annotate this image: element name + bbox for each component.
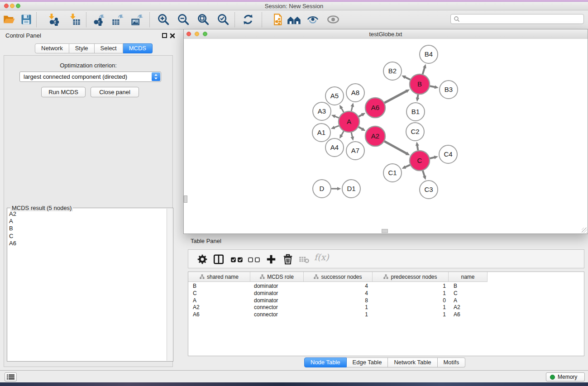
float-panel-icon[interactable] (162, 33, 167, 38)
left-scrollbar-nub[interactable] (184, 195, 187, 203)
document-network-icon[interactable] (271, 13, 283, 26)
graph-node-A5[interactable]: A5 (325, 87, 344, 105)
edge-C-C4[interactable] (430, 157, 435, 158)
graph-node-A2[interactable]: A2 (365, 126, 385, 146)
bottom-scrollbar-nub[interactable] (382, 229, 388, 233)
tab-network-table[interactable]: Network Table (388, 357, 437, 367)
edge-A-A3[interactable] (335, 116, 339, 118)
graph-node-C4[interactable]: C4 (439, 145, 457, 163)
graph-node-B1[interactable]: B1 (406, 103, 425, 121)
column-header-predecessor-nodes[interactable]: predecessor nodes (373, 272, 449, 281)
zoom-in-icon[interactable] (157, 13, 170, 26)
edge-A-A4[interactable] (341, 131, 344, 135)
unchecked-pair-icon[interactable] (247, 253, 262, 265)
graph-node-D[interactable]: D (313, 180, 331, 198)
tab-edge-table[interactable]: Edge Table (347, 357, 388, 367)
export-image-icon[interactable] (131, 13, 143, 26)
edge-A-A7[interactable] (351, 132, 352, 137)
memory-button[interactable]: Memory (546, 372, 585, 381)
zoom-out-icon[interactable] (177, 13, 190, 26)
result-item[interactable]: B (9, 225, 166, 232)
table-row[interactable]: Adominator80A (188, 297, 584, 305)
tab-motifs[interactable]: Motifs (438, 357, 466, 367)
gear-icon[interactable] (196, 253, 208, 265)
graph-node-B[interactable]: B (410, 74, 430, 94)
result-item[interactable]: A2 (9, 210, 166, 218)
export-network-icon[interactable] (92, 13, 105, 26)
import-network-icon[interactable] (47, 13, 60, 26)
graph-node-C2[interactable]: C2 (406, 123, 424, 141)
table-row[interactable]: A2connector11A2 (188, 304, 584, 311)
table-row[interactable]: A6connector11A6 (188, 311, 584, 319)
graph-node-C1[interactable]: C1 (383, 164, 402, 182)
edge-C-C1[interactable] (405, 165, 410, 167)
edge-B-B4[interactable] (423, 68, 425, 74)
edge-A-A2[interactable] (359, 127, 362, 129)
table-row[interactable]: Bdominator41B (188, 283, 584, 290)
graph-node-C[interactable]: C (410, 151, 430, 171)
graph-node-A1[interactable]: A1 (312, 124, 330, 142)
open-folder-icon[interactable] (3, 13, 15, 26)
graph-node-A4[interactable]: A4 (325, 138, 344, 157)
edge-C-C2[interactable] (417, 146, 418, 151)
trash-icon[interactable] (282, 253, 294, 265)
close-panel-button[interactable]: Close panel (91, 87, 139, 97)
graph-node-C3[interactable]: C3 (420, 181, 438, 199)
houses-icon[interactable] (287, 13, 301, 26)
export-table-icon[interactable] (111, 13, 124, 26)
node-label: A1 (317, 129, 325, 136)
zoom-fit-icon[interactable] (197, 13, 210, 26)
cell-name: A (449, 297, 488, 305)
tab-node-table[interactable]: Node Table (304, 357, 347, 367)
graph-node-A6[interactable]: A6 (365, 98, 385, 118)
edge-B-B2[interactable] (405, 77, 410, 80)
zoom-selected-icon[interactable] (217, 13, 229, 26)
close-panel-icon[interactable] (170, 33, 175, 38)
result-item[interactable]: C (9, 233, 166, 240)
checked-pair-icon[interactable] (230, 253, 244, 265)
result-item[interactable]: A (9, 218, 166, 225)
result-item[interactable]: A6 (9, 240, 166, 247)
graph-node-D1[interactable]: D1 (342, 180, 360, 198)
tab-network[interactable]: Network (35, 43, 69, 53)
run-mcds-button[interactable]: Run MCDS (41, 87, 86, 97)
resize-grip[interactable] (582, 228, 587, 233)
graph-node-B2[interactable]: B2 (383, 62, 402, 80)
graph-node-B4[interactable]: B4 (420, 45, 438, 63)
graph-node-A7[interactable]: A7 (346, 142, 364, 160)
graph-node-A8[interactable]: A8 (346, 84, 364, 102)
save-floppy-icon[interactable] (20, 13, 33, 26)
result-scrollbar[interactable] (167, 209, 172, 361)
graph-node-A3[interactable]: A3 (313, 102, 331, 120)
network-canvas[interactable]: B4B2BB3A8A5A6A3B1AA1C2A2A4A7C4CC1DD1C3 (184, 39, 588, 233)
tab-mcds[interactable]: MCDS (123, 43, 153, 53)
tab-style[interactable]: Style (69, 43, 95, 53)
column-header-name[interactable]: name (449, 272, 488, 281)
edge-A-A5[interactable] (341, 108, 344, 112)
edge-A-A6[interactable] (359, 115, 362, 117)
search-input[interactable] (450, 14, 584, 24)
edge-B-B3[interactable] (430, 86, 435, 87)
eye-icon[interactable] (327, 13, 339, 26)
column-header-successor-nodes[interactable]: successor nodes (304, 272, 373, 281)
column-header-shared-name[interactable]: shared name (188, 272, 250, 281)
import-table-icon[interactable] (68, 13, 81, 26)
edge-A2-C[interactable] (384, 141, 406, 153)
refresh-icon[interactable] (242, 13, 254, 26)
column-header-MCDS-role[interactable]: MCDS role (250, 272, 304, 281)
table-row[interactable]: Cdominator41C (188, 290, 584, 297)
eye-wave-icon[interactable] (306, 13, 319, 26)
edge-B-B1[interactable] (418, 95, 418, 98)
plus-icon[interactable] (265, 253, 277, 265)
graph-node-B3[interactable]: B3 (440, 81, 458, 99)
edge-C-C3[interactable] (423, 171, 425, 176)
edge-A6-B[interactable] (384, 91, 406, 103)
edge-A-A8[interactable] (351, 106, 352, 111)
columns-icon[interactable] (213, 253, 225, 265)
edge-A-A1[interactable] (335, 126, 339, 128)
tab-select[interactable]: Select (95, 43, 123, 53)
select-spinner-icon[interactable] (152, 72, 160, 81)
graph-node-A[interactable]: A (339, 111, 359, 132)
status-menu-button[interactable] (5, 372, 17, 381)
criterion-select[interactable]: largest connected component (directed) (19, 71, 161, 82)
